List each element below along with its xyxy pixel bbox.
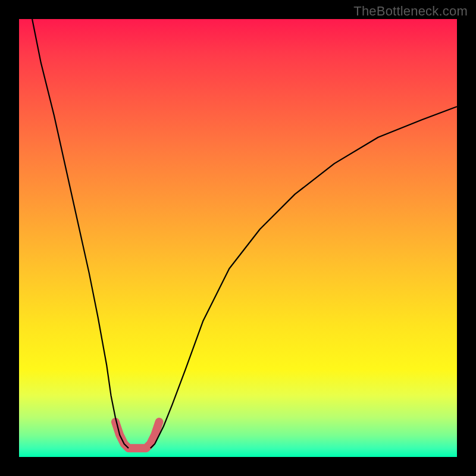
plot-area xyxy=(19,19,457,457)
chart-frame: TheBottleneck.com xyxy=(0,0,476,476)
right-branch-series xyxy=(151,107,457,448)
watermark-text: TheBottleneck.com xyxy=(353,4,468,19)
left-branch-series xyxy=(32,19,129,448)
valley-series xyxy=(115,422,159,448)
chart-svg xyxy=(19,19,457,457)
